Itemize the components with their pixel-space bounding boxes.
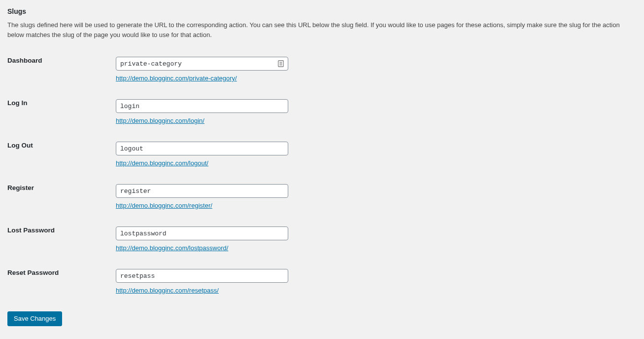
login-url-link[interactable]: http://demo.blogginc.com/login/ <box>116 117 204 124</box>
register-input[interactable] <box>116 184 288 198</box>
dashboard-label: Dashboard <box>7 49 116 92</box>
dashboard-input[interactable] <box>116 57 288 71</box>
dashboard-url-link[interactable]: http://demo.blogginc.com/private-categor… <box>116 75 237 82</box>
lostpassword-url-link[interactable]: http://demo.blogginc.com/lostpassword/ <box>116 244 228 252</box>
resetpass-label: Reset Password <box>7 262 116 304</box>
resetpass-input[interactable] <box>116 269 288 283</box>
logout-label: Log Out <box>7 134 116 177</box>
lostpassword-label: Lost Password <box>7 219 116 262</box>
login-label: Log In <box>7 92 116 134</box>
login-input[interactable] <box>116 99 288 113</box>
section-heading: Slugs <box>7 7 637 15</box>
resetpass-url-link[interactable]: http://demo.blogginc.com/resetpass/ <box>116 287 219 294</box>
register-url-link[interactable]: http://demo.blogginc.com/register/ <box>116 202 212 209</box>
logout-input[interactable] <box>116 142 288 155</box>
save-changes-button[interactable]: Save Changes <box>7 311 62 326</box>
logout-url-link[interactable]: http://demo.blogginc.com/logout/ <box>116 159 208 167</box>
section-description: The slugs defined here will be used to g… <box>7 20 637 39</box>
lostpassword-input[interactable] <box>116 226 288 240</box>
slugs-form-table: Dashboard http://demo.blogginc.com/pr <box>7 49 637 304</box>
register-label: Register <box>7 177 116 219</box>
